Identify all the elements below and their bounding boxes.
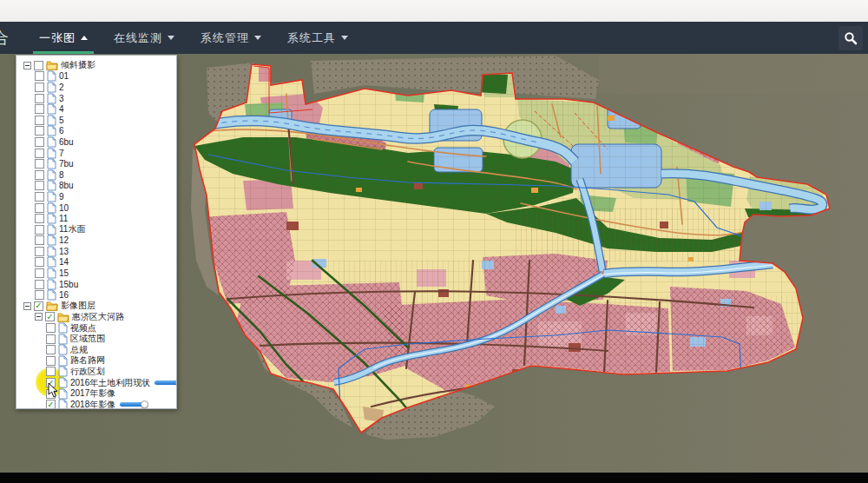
tree-row: 15bu — [18, 279, 174, 290]
layer-checkbox[interactable] — [35, 290, 44, 300]
folder-icon — [46, 60, 58, 70]
layer-checkbox[interactable] — [35, 170, 44, 180]
layer-checkbox[interactable] — [35, 159, 44, 169]
file-icon — [47, 115, 56, 126]
layer-checkbox[interactable] — [34, 61, 43, 70]
opacity-slider[interactable] — [155, 380, 177, 385]
collapse-icon[interactable] — [35, 313, 43, 321]
layer-label[interactable]: 7bu — [59, 159, 74, 169]
layer-label[interactable]: 15 — [59, 268, 69, 278]
collapse-icon[interactable] — [23, 62, 31, 69]
file-icon — [58, 344, 68, 355]
tree-row: 15 — [18, 268, 174, 279]
layer-checkbox[interactable] — [35, 225, 44, 235]
layer-checkbox[interactable] — [46, 334, 56, 344]
file-icon — [58, 334, 68, 345]
tree-row: 13 — [18, 246, 174, 257]
nav-menu-3[interactable]: 系统工具 — [274, 22, 361, 54]
layer-label[interactable]: 01 — [59, 71, 69, 81]
layer-checkbox[interactable] — [35, 192, 44, 202]
layer-label[interactable]: 2 — [59, 83, 64, 92]
opacity-slider-thumb[interactable] — [141, 400, 148, 408]
layer-checkbox[interactable] — [35, 247, 44, 256]
layer-checkbox[interactable] — [46, 356, 56, 366]
layer-checkbox[interactable] — [45, 312, 55, 321]
layer-label[interactable]: 14 — [59, 257, 69, 267]
tree-row: 14 — [18, 257, 174, 268]
caret-down-icon — [341, 36, 348, 40]
layer-label[interactable]: 15bu — [59, 280, 78, 289]
logo-glyph: 合 — [0, 27, 9, 50]
layer-label[interactable]: 倾斜摄影 — [61, 59, 95, 71]
layer-checkbox[interactable] — [46, 345, 56, 354]
layer-label[interactable]: 11水面 — [59, 223, 85, 235]
tree-row: 7bu — [18, 158, 174, 169]
layer-label[interactable]: 6bu — [59, 137, 74, 147]
layer-label[interactable]: 10 — [59, 203, 69, 213]
layer-checkbox[interactable] — [35, 126, 44, 136]
layer-label[interactable]: 9 — [59, 192, 64, 202]
caret-up-icon — [81, 36, 88, 40]
collapse-icon[interactable] — [23, 302, 31, 310]
file-icon — [58, 388, 68, 400]
layer-checkbox[interactable] — [46, 400, 56, 409]
layer-checkbox[interactable] — [34, 301, 43, 311]
layer-checkbox[interactable] — [35, 214, 44, 223]
caret-down-icon — [168, 36, 174, 40]
layer-label[interactable]: 8 — [59, 170, 64, 180]
layer-label[interactable]: 12 — [59, 235, 69, 245]
layer-label[interactable]: 16 — [59, 290, 69, 300]
layer-label[interactable]: 13 — [59, 247, 69, 256]
opacity-slider[interactable] — [120, 402, 145, 407]
file-icon — [58, 355, 68, 367]
folder-icon — [57, 312, 69, 322]
layer-label[interactable]: 11 — [59, 214, 68, 223]
nav-menu-1[interactable]: 在线监测 — [101, 22, 187, 54]
file-icon — [47, 169, 56, 181]
layer-checkbox[interactable] — [46, 323, 56, 333]
layer-checkbox[interactable] — [35, 257, 44, 267]
tree-row: 3 — [18, 93, 174, 104]
layer-checkbox[interactable] — [35, 235, 44, 245]
layer-checkbox[interactable] — [35, 137, 44, 147]
layer-checkbox[interactable] — [35, 149, 44, 158]
layer-label[interactable]: 7 — [59, 149, 64, 158]
search-button[interactable] — [838, 26, 863, 50]
tree-row: 路名路网 — [18, 355, 174, 367]
layer-checkbox[interactable] — [35, 203, 44, 213]
opacity-slider-thumb[interactable] — [175, 379, 177, 387]
nav-menu-label: 系统工具 — [287, 30, 336, 46]
layer-checkbox[interactable] — [35, 280, 44, 289]
file-icon — [47, 289, 56, 301]
tree-row: 6bu — [18, 136, 174, 148]
layer-checkbox[interactable] — [35, 116, 44, 125]
layer-label[interactable]: 8bu — [59, 181, 74, 190]
tree-row: 10 — [18, 202, 174, 214]
tree-row: 倾斜摄影 — [18, 60, 174, 71]
file-icon — [47, 93, 56, 104]
file-icon — [47, 158, 56, 169]
file-icon — [58, 377, 68, 388]
layer-label[interactable]: 4 — [59, 104, 64, 114]
nav-menu-0[interactable]: 一张图 — [26, 22, 101, 54]
layer-label[interactable]: 2018年影像 — [70, 399, 115, 409]
layer-checkbox[interactable] — [35, 71, 44, 81]
tree-row: 9 — [18, 191, 174, 202]
layer-label[interactable]: 3 — [59, 94, 64, 103]
layer-checkbox[interactable] — [35, 94, 44, 103]
layer-checkbox[interactable] — [35, 181, 44, 190]
layer-tree-panel: 倾斜摄影01234566bu77bu88bu9101111水面121314151… — [16, 55, 177, 409]
layer-checkbox[interactable] — [35, 268, 44, 278]
tree-row: 2018年影像 — [18, 399, 174, 409]
nav-menu-2[interactable]: 系统管理 — [187, 22, 274, 54]
layer-checkbox[interactable] — [46, 367, 56, 376]
tree-row: 8 — [18, 169, 174, 181]
tree-row: 区域范围 — [18, 334, 174, 345]
file-icon — [47, 103, 56, 115]
navbar-menus: 一张图在线监测系统管理系统工具 — [26, 22, 361, 54]
layer-checkbox[interactable] — [35, 83, 44, 92]
layer-label[interactable]: 6 — [59, 126, 64, 136]
layer-label[interactable]: 5 — [59, 116, 64, 125]
file-icon — [47, 246, 56, 257]
layer-checkbox[interactable] — [35, 104, 44, 114]
